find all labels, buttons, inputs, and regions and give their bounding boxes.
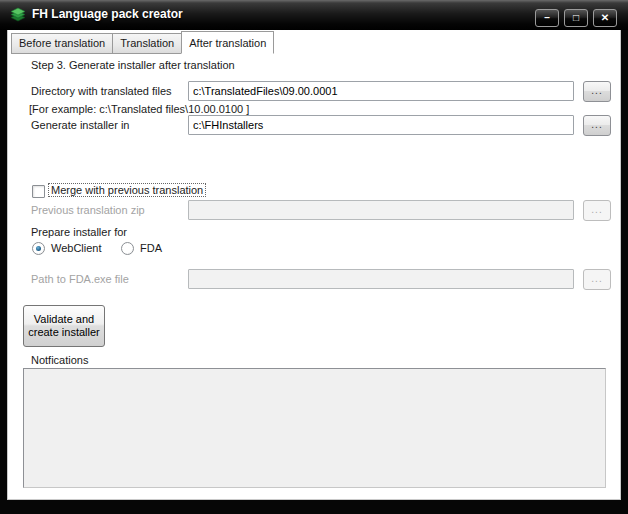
fda-path-label: Path to FDA.exe file — [31, 273, 129, 285]
radio-webclient[interactable] — [32, 242, 45, 255]
previous-zip-browse-button: ... — [583, 200, 611, 221]
minimize-button[interactable]: – — [535, 9, 559, 27]
titlebar: FH Language pack creator – □ ✕ — [0, 0, 628, 30]
directory-input[interactable] — [188, 81, 574, 101]
maximize-icon: □ — [573, 12, 579, 23]
close-icon: ✕ — [601, 12, 609, 23]
merge-checkbox[interactable] — [32, 185, 45, 198]
installer-label: Generate installer in — [31, 119, 129, 131]
notifications-label: Notfications — [31, 354, 88, 366]
minimize-icon: – — [544, 12, 550, 23]
radio-fda-label[interactable]: FDA — [140, 242, 162, 254]
layers-icon — [10, 7, 26, 23]
tab-strip: Before translation Translation After tra… — [11, 31, 274, 54]
fda-path-input — [188, 269, 574, 289]
example-hint: [For example: c:\Translated files\10.00.… — [29, 103, 249, 115]
window-controls: – □ ✕ — [535, 9, 617, 27]
app-window: FH Language pack creator – □ ✕ Before tr… — [0, 0, 628, 514]
validate-create-installer-button[interactable]: Validate and create installer — [23, 305, 105, 347]
radio-fda[interactable] — [121, 242, 134, 255]
tab-after-translation[interactable]: After translation — [181, 31, 274, 54]
step-title: Step 3. Generate installer after transla… — [31, 59, 235, 71]
notifications-box[interactable] — [23, 368, 606, 488]
installer-input[interactable] — [188, 115, 574, 135]
radio-webclient-label[interactable]: WebClient — [51, 242, 102, 254]
client-area: Before translation Translation After tra… — [7, 30, 621, 500]
window-title: FH Language pack creator — [32, 0, 183, 30]
previous-zip-label: Previous translation zip — [31, 204, 145, 216]
merge-checkbox-label[interactable]: Merge with previous translation — [49, 184, 205, 196]
directory-browse-button[interactable]: ... — [583, 81, 611, 102]
fda-path-browse-button: ... — [583, 269, 611, 290]
prepare-for-label: Prepare installer for — [31, 226, 127, 238]
previous-zip-input — [188, 200, 574, 220]
tab-translation[interactable]: Translation — [112, 33, 182, 54]
tab-before-translation[interactable]: Before translation — [11, 33, 113, 54]
directory-label: Directory with translated files — [31, 85, 172, 97]
close-button[interactable]: ✕ — [593, 9, 617, 27]
radio-selected-dot — [36, 246, 41, 251]
maximize-button[interactable]: □ — [564, 9, 588, 27]
installer-browse-button[interactable]: ... — [583, 115, 611, 136]
